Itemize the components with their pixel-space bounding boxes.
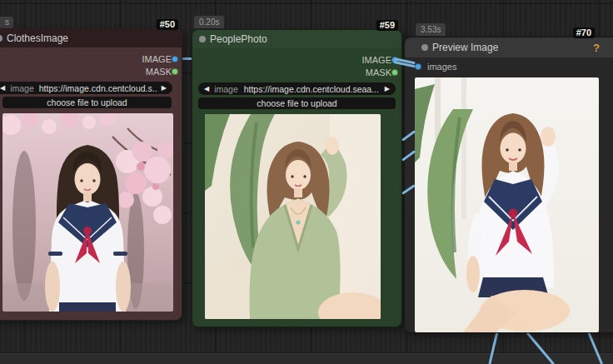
input-slot-images-dot[interactable] [415, 63, 421, 70]
node-header[interactable]: Preview Image [405, 37, 613, 57]
image-url-combo[interactable]: ◀ image https://image.cdn.centcloud.s...… [0, 82, 172, 94]
combo-next-arrow-icon[interactable]: ▶ [385, 85, 390, 92]
node-clothesimage[interactable]: #50 ClothesImage IMAGE MASK ◀ image http… [0, 28, 182, 321]
node-graph-canvas[interactable]: s #50 ClothesImage IMAGE MASK ◀ image ht… [0, 0, 613, 364]
node-title: ClothesImage [7, 32, 68, 44]
image-url-combo[interactable]: ◀ image https://image.cdn.centcloud.seaa… [198, 82, 396, 95]
node-id-badge: #50 [157, 19, 178, 30]
node-title: Preview Image [432, 42, 498, 53]
input-slot-label: images [427, 62, 456, 72]
output-slot-mask: MASK [192, 66, 401, 78]
node-id-badge: #70 [573, 27, 595, 38]
combo-label: image [214, 84, 238, 94]
output-slot-image-dot[interactable] [172, 56, 178, 62]
node-header[interactable]: PeoplePhoto [192, 30, 401, 48]
node-header[interactable]: ClothesImage [0, 29, 182, 47]
people-image-illustration [205, 114, 381, 319]
result-image-illustration [415, 77, 599, 332]
help-icon[interactable]: ? [593, 42, 600, 54]
combo-value: https://image.cdn.centcloud.seaa... [243, 84, 380, 94]
output-slot-image: IMAGE [0, 52, 182, 65]
people-preview-image [205, 114, 381, 319]
collapse-dot-icon[interactable] [421, 44, 428, 51]
clothes-preview-image [2, 113, 173, 312]
output-slot-mask: MASK [0, 65, 182, 77]
output-slot-label: MASK [146, 67, 172, 77]
input-slot-images: images [405, 60, 613, 73]
output-slot-label: MASK [366, 67, 391, 77]
node-id-badge: #59 [376, 20, 398, 31]
node-peoplephoto[interactable]: 0.20s #59 PeoplePhoto IMAGE MASK ◀ image… [192, 29, 402, 327]
offscreen-node-timer-badge: s [0, 17, 13, 28]
combo-label: image [10, 83, 34, 93]
collapse-dot-icon[interactable] [0, 35, 2, 42]
output-slot-label: IMAGE [362, 55, 391, 65]
result-preview-image [415, 77, 599, 332]
output-slot-image: IMAGE [192, 53, 401, 66]
output-slot-label: IMAGE [142, 54, 172, 64]
combo-next-arrow-icon[interactable]: ▶ [162, 84, 167, 92]
node-preview-image[interactable]: 3.53s #70 Preview Image ? images [404, 37, 613, 333]
node-exec-timer-badge: 0.20s [194, 16, 224, 28]
choose-file-button[interactable]: choose file to upload [2, 97, 172, 108]
combo-prev-arrow-icon[interactable]: ◀ [204, 85, 209, 92]
output-slot-mask-dot[interactable] [172, 68, 178, 75]
clothes-image-illustration [2, 113, 173, 312]
node-exec-timer-badge: 3.53s [416, 23, 446, 36]
collapse-dot-icon[interactable] [199, 36, 206, 42]
combo-value: https://image.cdn.centcloud.s... [39, 83, 157, 93]
combo-prev-arrow-icon[interactable]: ◀ [0, 84, 5, 92]
canvas-grid-band [0, 353, 613, 364]
output-slot-mask-dot[interactable] [391, 69, 398, 76]
choose-file-button[interactable]: choose file to upload [198, 97, 396, 109]
node-title: PeoplePhoto [210, 33, 267, 45]
